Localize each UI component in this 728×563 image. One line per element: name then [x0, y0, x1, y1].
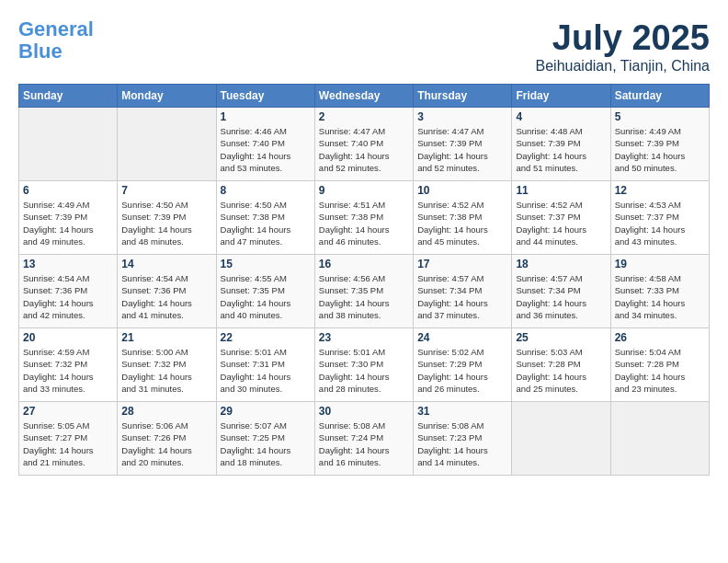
logo-blue: Blue: [18, 40, 63, 63]
day-info: Sunrise: 5:08 AM Sunset: 7:23 PM Dayligh…: [417, 419, 507, 468]
week-row-3: 13Sunrise: 4:54 AM Sunset: 7:36 PM Dayli…: [19, 255, 710, 328]
day-number: 13: [23, 258, 113, 270]
calendar-cell: 11Sunrise: 4:52 AM Sunset: 7:37 PM Dayli…: [512, 181, 610, 255]
day-number: 7: [121, 184, 211, 197]
calendar-cell: 8Sunrise: 4:50 AM Sunset: 7:38 PM Daylig…: [216, 181, 314, 255]
calendar-cell: 1Sunrise: 4:46 AM Sunset: 7:40 PM Daylig…: [216, 108, 314, 181]
day-info: Sunrise: 4:59 AM Sunset: 7:32 PM Dayligh…: [23, 346, 113, 395]
day-number: 3: [417, 110, 507, 123]
day-number: 30: [319, 405, 409, 418]
calendar-cell: 14Sunrise: 4:54 AM Sunset: 7:36 PM Dayli…: [118, 255, 216, 328]
day-info: Sunrise: 4:50 AM Sunset: 7:39 PM Dayligh…: [121, 199, 211, 247]
day-info: Sunrise: 4:46 AM Sunset: 7:40 PM Dayligh…: [221, 125, 311, 174]
day-number: 28: [121, 405, 211, 418]
calendar-cell: 16Sunrise: 4:56 AM Sunset: 7:35 PM Dayli…: [314, 255, 413, 328]
day-number: 27: [23, 405, 113, 418]
calendar-cell: 27Sunrise: 5:05 AM Sunset: 7:27 PM Dayli…: [19, 402, 118, 476]
calendar-cell: 30Sunrise: 5:08 AM Sunset: 7:24 PM Dayli…: [314, 402, 413, 476]
page-header: General Blue July 2025 Beihuaidian, Tian…: [18, 18, 710, 75]
calendar-cell: [610, 402, 709, 476]
day-info: Sunrise: 4:57 AM Sunset: 7:34 PM Dayligh…: [417, 272, 507, 321]
week-row-1: 1Sunrise: 4:46 AM Sunset: 7:40 PM Daylig…: [19, 108, 710, 181]
day-info: Sunrise: 4:55 AM Sunset: 7:35 PM Dayligh…: [221, 272, 311, 321]
header-monday: Monday: [118, 85, 216, 108]
day-number: 21: [121, 331, 211, 344]
week-row-2: 6Sunrise: 4:49 AM Sunset: 7:39 PM Daylig…: [19, 181, 710, 255]
calendar-cell: 6Sunrise: 4:49 AM Sunset: 7:39 PM Daylig…: [19, 181, 118, 255]
day-info: Sunrise: 5:08 AM Sunset: 7:24 PM Dayligh…: [319, 419, 409, 468]
day-number: 22: [221, 331, 311, 344]
calendar-title: July 2025: [536, 18, 710, 58]
calendar-table: SundayMondayTuesdayWednesdayThursdayFrid…: [18, 84, 710, 476]
day-info: Sunrise: 5:04 AM Sunset: 7:28 PM Dayligh…: [615, 346, 705, 395]
day-info: Sunrise: 4:53 AM Sunset: 7:37 PM Dayligh…: [615, 199, 705, 247]
day-number: 1: [221, 110, 311, 123]
day-number: 20: [23, 331, 113, 344]
day-info: Sunrise: 5:01 AM Sunset: 7:31 PM Dayligh…: [221, 346, 311, 395]
calendar-cell: 2Sunrise: 4:47 AM Sunset: 7:40 PM Daylig…: [314, 108, 413, 181]
calendar-cell: 15Sunrise: 4:55 AM Sunset: 7:35 PM Dayli…: [216, 255, 314, 328]
day-number: 10: [417, 184, 507, 197]
day-number: 16: [319, 258, 409, 270]
day-number: 6: [23, 184, 113, 197]
day-number: 9: [319, 184, 409, 197]
calendar-cell: 4Sunrise: 4:48 AM Sunset: 7:39 PM Daylig…: [512, 108, 610, 181]
day-number: 24: [417, 331, 507, 344]
day-number: 19: [615, 258, 705, 270]
calendar-cell: 13Sunrise: 4:54 AM Sunset: 7:36 PM Dayli…: [19, 255, 118, 328]
calendar-cell: 29Sunrise: 5:07 AM Sunset: 7:25 PM Dayli…: [216, 402, 314, 476]
calendar-cell: [19, 108, 118, 181]
day-info: Sunrise: 5:02 AM Sunset: 7:29 PM Dayligh…: [417, 346, 507, 395]
day-info: Sunrise: 4:51 AM Sunset: 7:38 PM Dayligh…: [319, 199, 409, 247]
day-info: Sunrise: 4:49 AM Sunset: 7:39 PM Dayligh…: [23, 199, 113, 247]
calendar-cell: 5Sunrise: 4:49 AM Sunset: 7:39 PM Daylig…: [610, 108, 709, 181]
header-sunday: Sunday: [19, 85, 118, 108]
day-number: 4: [516, 110, 606, 123]
logo-text: General Blue: [18, 18, 94, 63]
day-number: 18: [516, 258, 606, 270]
calendar-cell: 21Sunrise: 5:00 AM Sunset: 7:32 PM Dayli…: [118, 328, 216, 402]
header-wednesday: Wednesday: [314, 85, 413, 108]
day-number: 2: [319, 110, 409, 123]
day-info: Sunrise: 5:05 AM Sunset: 7:27 PM Dayligh…: [23, 419, 113, 468]
day-info: Sunrise: 4:48 AM Sunset: 7:39 PM Dayligh…: [516, 125, 606, 174]
calendar-cell: 9Sunrise: 4:51 AM Sunset: 7:38 PM Daylig…: [314, 181, 413, 255]
day-info: Sunrise: 4:56 AM Sunset: 7:35 PM Dayligh…: [319, 272, 409, 321]
day-number: 11: [516, 184, 606, 197]
header-thursday: Thursday: [414, 85, 512, 108]
day-info: Sunrise: 4:47 AM Sunset: 7:39 PM Dayligh…: [417, 125, 507, 174]
day-info: Sunrise: 5:07 AM Sunset: 7:25 PM Dayligh…: [221, 419, 311, 468]
calendar-cell: 25Sunrise: 5:03 AM Sunset: 7:28 PM Dayli…: [512, 328, 610, 402]
calendar-cell: 26Sunrise: 5:04 AM Sunset: 7:28 PM Dayli…: [610, 328, 709, 402]
calendar-cell: 18Sunrise: 4:57 AM Sunset: 7:34 PM Dayli…: [512, 255, 610, 328]
calendar-subtitle: Beihuaidian, Tianjin, China: [536, 58, 710, 75]
calendar-cell: 17Sunrise: 4:57 AM Sunset: 7:34 PM Dayli…: [414, 255, 512, 328]
calendar-cell: 10Sunrise: 4:52 AM Sunset: 7:38 PM Dayli…: [414, 181, 512, 255]
day-number: 31: [417, 405, 507, 418]
weekday-header-row: SundayMondayTuesdayWednesdayThursdayFrid…: [19, 85, 710, 108]
logo: General Blue: [18, 18, 94, 63]
day-number: 15: [221, 258, 311, 270]
day-number: 12: [615, 184, 705, 197]
calendar-cell: 19Sunrise: 4:58 AM Sunset: 7:33 PM Dayli…: [610, 255, 709, 328]
week-row-5: 27Sunrise: 5:05 AM Sunset: 7:27 PM Dayli…: [19, 402, 710, 476]
week-row-4: 20Sunrise: 4:59 AM Sunset: 7:32 PM Dayli…: [19, 328, 710, 402]
day-number: 17: [417, 258, 507, 270]
day-number: 14: [121, 258, 211, 270]
day-info: Sunrise: 5:01 AM Sunset: 7:30 PM Dayligh…: [319, 346, 409, 395]
header-saturday: Saturday: [610, 85, 709, 108]
calendar-cell: 20Sunrise: 4:59 AM Sunset: 7:32 PM Dayli…: [19, 328, 118, 402]
day-number: 26: [615, 331, 705, 344]
header-tuesday: Tuesday: [216, 85, 314, 108]
logo-general: General: [18, 17, 94, 40]
title-block: July 2025 Beihuaidian, Tianjin, China: [536, 18, 710, 75]
day-number: 25: [516, 331, 606, 344]
day-info: Sunrise: 4:54 AM Sunset: 7:36 PM Dayligh…: [121, 272, 211, 321]
day-number: 29: [221, 405, 311, 418]
calendar-cell: [118, 108, 216, 181]
day-number: 23: [319, 331, 409, 344]
day-info: Sunrise: 5:00 AM Sunset: 7:32 PM Dayligh…: [121, 346, 211, 395]
day-info: Sunrise: 4:52 AM Sunset: 7:38 PM Dayligh…: [417, 199, 507, 247]
calendar-cell: 22Sunrise: 5:01 AM Sunset: 7:31 PM Dayli…: [216, 328, 314, 402]
day-info: Sunrise: 4:49 AM Sunset: 7:39 PM Dayligh…: [615, 125, 705, 174]
